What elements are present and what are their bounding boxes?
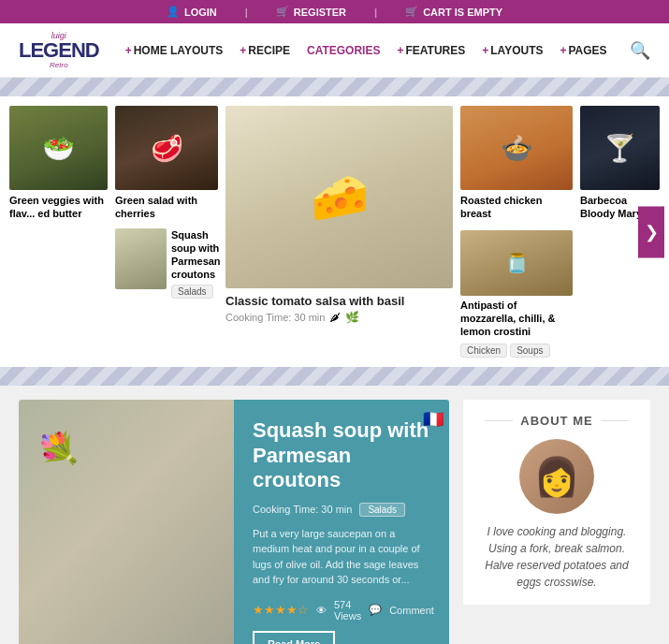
search-button[interactable]: 🔍 <box>630 40 650 61</box>
nav-features[interactable]: + FEATURES <box>389 38 473 63</box>
nav-layouts[interactable]: + LAYOUTS <box>474 38 550 63</box>
card-bloody-mary[interactable]: 🍸 Barbecoa Bloody Mary <box>580 106 660 221</box>
logo-legend: LEGEND <box>19 40 99 61</box>
slider-image-side: 💐 🌰 <box>19 400 234 644</box>
nav-recipe[interactable]: + RECIPE <box>232 38 298 63</box>
read-more-label: Read More <box>268 638 320 644</box>
slider-inner: 💐 🌰 🇫🇷 Squash soup with Parmesan crouton… <box>19 400 449 644</box>
sidebar: ABOUT ME 👩 I love cooking and blogging. … <box>463 400 650 644</box>
about-me-box: ABOUT ME 👩 I love cooking and blogging. … <box>463 400 650 605</box>
slider-footer: ★★★★☆ 👁 574 Views 💬 Comment <box>253 599 434 622</box>
plus-icon: + <box>125 44 132 57</box>
cart-icon: 🛒 <box>405 6 418 18</box>
comment-link[interactable]: Comment <box>389 605 434 616</box>
nav-recipe-label: RECIPE <box>248 44 290 57</box>
carousel-inner: 🥗 Green veggies with flav... ed butter 🥩… <box>0 106 669 358</box>
card-featured-plate[interactable]: 🧀 Classic tomato salsa with basil Cookin… <box>225 106 453 324</box>
card-salad[interactable]: 🥩 Green salad with cherries Squash soup … <box>115 106 218 299</box>
eye-icon: 👁 <box>316 605 327 616</box>
bloody-mary-img: 🍸 <box>580 106 660 190</box>
carousel-next-button[interactable]: ❯ <box>638 206 664 257</box>
avatar-emoji: 👩 <box>533 455 580 499</box>
nav-layouts-label: LAYOUTS <box>490 44 543 57</box>
card-plate-img: 🧀 <box>225 106 453 288</box>
antipasti-card[interactable]: 🫙 Antipasti of mozzarella, chilli, & lem… <box>460 230 573 359</box>
slider-category-tag[interactable]: Salads <box>359 503 405 517</box>
slider-description: Put a very large saucepan on a medium he… <box>253 526 434 588</box>
top-bar: 👤 LOGIN | 🛒 REGISTER | 🛒 CART IS EMPTY <box>0 0 669 23</box>
plus-icon-5: + <box>560 44 566 57</box>
card-salad-img: 🥩 <box>115 106 218 190</box>
login-label: LOGIN <box>184 7 217 18</box>
user-icon: 👤 <box>167 6 180 18</box>
read-more-button[interactable]: Read More <box>253 631 335 644</box>
cart-small-icon: 🛒 <box>276 6 289 18</box>
nav-categories[interactable]: CATEGORIES <box>299 38 387 63</box>
squash-soup-mini[interactable]: Squash soup with Parmesan croutons Salad… <box>115 228 218 299</box>
cooking-time-label: Cooking Time: 30 min <box>253 504 352 515</box>
login-link[interactable]: 👤 LOGIN <box>167 6 217 18</box>
card-chicken-img: 🍲 <box>460 106 573 190</box>
cart-link[interactable]: 🛒 CART IS EMPTY <box>405 6 502 18</box>
about-me-title-text: ABOUT ME <box>520 414 592 428</box>
antipasti-title: Antipasti of mozzarella, chilli, & lemon… <box>460 299 573 339</box>
logo-retro: Retro <box>50 61 68 69</box>
main-content: 💐 🌰 🇫🇷 Squash soup with Parmesan crouton… <box>0 386 669 644</box>
slider-meta: Cooking Time: 30 min Salads <box>253 503 434 517</box>
squash-mini-img <box>115 228 167 289</box>
featured-slider: 💐 🌰 🇫🇷 Squash soup with Parmesan crouton… <box>19 400 449 644</box>
card-veggies-title: Green veggies with flav... ed butter <box>9 194 108 221</box>
featured-cooking-time: Cooking Time: 30 min <box>225 312 325 323</box>
cart-label: CART IS EMPTY <box>423 7 502 18</box>
register-label: REGISTER <box>294 7 346 18</box>
plus-icon-4: + <box>482 44 488 57</box>
pattern-bar-top <box>0 78 669 96</box>
about-description: I love cooking and blogging. Using a for… <box>477 523 636 591</box>
card-chicken-title: Roasted chicken breast <box>460 194 573 221</box>
comment-icon: 💬 <box>369 604 382 616</box>
chevron-right-icon: ❯ <box>645 222 659 242</box>
antipasti-tags: Chicken Soups <box>460 341 573 358</box>
nav-features-label: FEATURES <box>405 44 465 57</box>
star-rating: ★★★★☆ <box>253 603 309 617</box>
main-nav: + HOME LAYOUTS + RECIPE CATEGORIES + FEA… <box>118 38 620 63</box>
view-count: 574 Views <box>334 599 361 622</box>
card-veggies-img: 🥗 <box>9 106 108 190</box>
right-cards: 🍲 Roasted chicken breast 🫙 Antipasti of … <box>460 106 573 358</box>
header: luigi LEGEND Retro + HOME LAYOUTS + RECI… <box>0 23 669 78</box>
hero-carousel-section: 🥗 Green veggies with flav... ed butter 🥩… <box>0 96 669 367</box>
tag-soups[interactable]: Soups <box>510 344 549 358</box>
tag-chicken[interactable]: Chicken <box>460 344 507 358</box>
nav-home-layouts-label: HOME LAYOUTS <box>134 44 224 57</box>
squash-mini-title: Squash soup with Parmesan croutons <box>171 228 221 282</box>
nav-home-layouts[interactable]: + HOME LAYOUTS <box>118 38 231 63</box>
featured-meta: Cooking Time: 30 min 🌶 🌿 <box>225 311 453 324</box>
antipasti-img: 🫙 <box>460 230 573 296</box>
card-chicken[interactable]: 🍲 Roasted chicken breast <box>460 106 573 221</box>
avatar: 👩 <box>519 439 594 514</box>
leaf-icon: 🌿 <box>345 311 359 324</box>
divider2: | <box>374 7 377 18</box>
nav-pages[interactable]: + PAGES <box>552 38 614 63</box>
flag-icon: 🇫🇷 <box>423 409 444 430</box>
squash-tag[interactable]: Salads <box>171 285 213 299</box>
nav-pages-label: PAGES <box>569 44 607 57</box>
plus-icon-3: + <box>397 44 403 57</box>
card-veggies[interactable]: 🥗 Green veggies with flav... ed butter <box>9 106 108 221</box>
squash-mini-info: Squash soup with Parmesan croutons Salad… <box>171 228 221 299</box>
logo[interactable]: luigi LEGEND Retro <box>19 31 99 69</box>
nav-categories-label: CATEGORIES <box>307 44 380 57</box>
slider-title: Squash soup with Parmesan croutons <box>253 418 434 492</box>
register-link[interactable]: 🛒 REGISTER <box>276 6 346 18</box>
featured-plate-title: Classic tomato salsa with basil <box>225 294 453 308</box>
plus-icon-2: + <box>240 44 246 57</box>
spice-icon: 🌶 <box>329 311 341 324</box>
pattern-bar-bottom <box>0 367 669 386</box>
slider-text-side: 🇫🇷 Squash soup with Parmesan croutons Co… <box>234 400 449 644</box>
card-salad-title: Green salad with cherries <box>115 194 218 221</box>
about-me-title: ABOUT ME <box>477 414 636 428</box>
divider1: | <box>245 7 248 18</box>
